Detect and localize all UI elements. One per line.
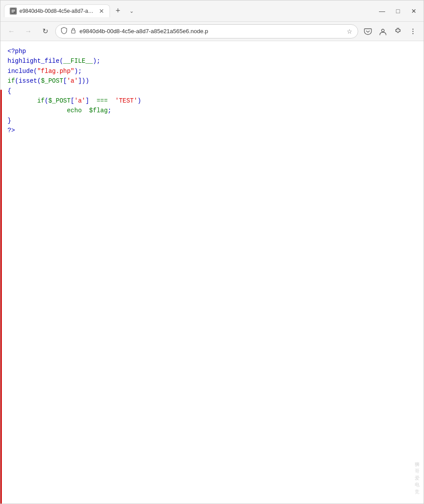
code-token: ( [34,68,37,75]
code-token: ); [74,68,82,75]
account-icon[interactable] [377,25,389,38]
browser-window: e9840d4b-00d8-4c5e-a8d7-a85e ✕ + ⌄ — □ ✕… [0,0,424,504]
code-token: { [8,88,11,95]
code-token: highlight_file [8,57,60,65]
code-token: 'a' [67,77,78,84]
extensions-icon[interactable] [392,25,404,38]
code-token: $_POST [48,97,70,104]
lock-icon [71,27,76,35]
code-line: highlight_file(__FILE__); [8,56,416,66]
code-token: "flag.php" [37,68,74,75]
code-token: === [97,97,108,104]
pocket-icon[interactable] [362,25,374,38]
svg-point-7 [413,31,413,31]
code-token [82,107,89,114]
code-line: <?php [8,46,416,56]
code-token: 'a' [74,97,85,104]
code-token: $flag [89,107,108,114]
code-token: ( [60,57,63,65]
code-left-border [0,90,2,504]
code-token: } [8,117,11,124]
code-token: <?php [8,48,26,55]
watermark: 狮哥爱电竞 [415,461,420,495]
code-line: include("flag.php"); [8,66,416,76]
code-token: ?> [8,127,15,134]
code-token: [ [71,97,74,104]
code-line: echo $flag; [8,106,416,115]
shield-icon [61,27,67,35]
tab-favicon [10,8,17,15]
svg-rect-3 [11,12,14,12]
forward-button[interactable]: → [22,25,35,38]
active-tab[interactable]: e9840d4b-00d8-4c5e-a8d7-a85e ✕ [4,4,110,17]
code-line: { [8,86,416,96]
code-line: } [8,116,416,126]
svg-rect-1 [11,10,15,10]
code-block: <?phphighlight_file(__FILE__);include("f… [8,46,416,136]
code-token: ( [37,77,41,84]
code-token [8,97,37,104]
maximize-button[interactable]: □ [392,5,404,17]
code-token: ] [85,97,96,104]
svg-point-8 [413,33,413,34]
code-token [8,107,67,114]
reload-button[interactable]: ↻ [38,25,52,38]
navigation-bar: ← → ↻ e9840d4b-00d8-4c5e-a8d7-a85e21a565… [0,22,424,41]
title-bar: e9840d4b-00d8-4c5e-a8d7-a85e ✕ + ⌄ — □ ✕ [0,0,424,22]
url-bar[interactable]: e9840d4b-00d8-4c5e-a8d7-a85e21a565e6.nod… [55,24,358,38]
code-token: if [8,77,15,84]
code-token: include [8,68,34,75]
window-controls: — □ ✕ [376,5,420,17]
back-button[interactable]: ← [5,25,18,38]
code-token [108,97,115,104]
code-token: __FILE__ [63,57,93,65]
close-button[interactable]: ✕ [408,5,420,17]
page-content: <?phphighlight_file(__FILE__);include("f… [0,41,424,504]
svg-rect-4 [72,30,75,33]
code-line: if($_POST['a'] === 'TEST') [8,96,416,106]
code-token: 'TEST' [115,97,137,104]
code-token: isset [19,77,37,84]
minimize-button[interactable]: — [376,5,388,17]
bookmark-star-icon[interactable]: ☆ [347,28,352,35]
code-token: ) [137,97,141,104]
code-token: ; [108,107,111,114]
code-token: $_POST [41,77,63,84]
code-token: ( [15,77,19,84]
tab-list-dropdown[interactable]: ⌄ [126,6,137,16]
code-line: if(isset($_POST['a'])) [8,76,416,86]
svg-rect-2 [11,11,15,11]
tab-bar: e9840d4b-00d8-4c5e-a8d7-a85e ✕ + ⌄ [4,4,372,17]
browser-toolbar-icons [362,25,419,38]
code-token: echo [67,107,82,114]
tab-close-button[interactable]: ✕ [99,8,104,14]
url-text: e9840d4b-00d8-4c5e-a8d7-a85e21a565e6.nod… [80,28,343,34]
code-token: ])) [78,77,89,84]
code-token: ); [93,57,100,65]
svg-point-5 [382,29,384,32]
menu-icon[interactable] [407,25,419,38]
code-line: ?> [8,126,416,135]
code-token: if [37,97,45,104]
svg-point-6 [413,28,413,29]
tab-title: e9840d4b-00d8-4c5e-a8d7-a85e [19,8,96,14]
new-tab-button[interactable]: + [112,5,124,17]
